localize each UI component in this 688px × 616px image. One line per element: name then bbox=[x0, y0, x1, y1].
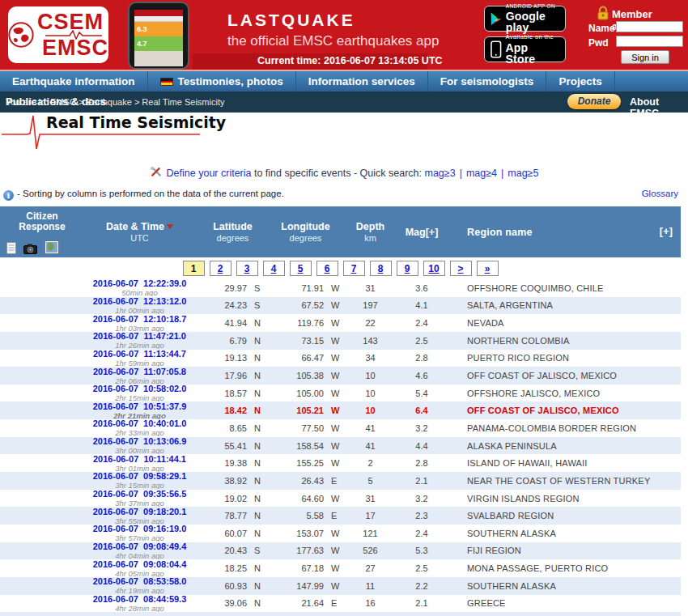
event-date-link[interactable]: 2016-06-07 11:47:21.0 bbox=[81, 332, 198, 341]
google-play-badge[interactable]: ANDROID APP ON Google play bbox=[484, 6, 566, 32]
magnitude-value: 2.2 bbox=[397, 581, 447, 591]
col-mag[interactable]: Mag[+] bbox=[397, 206, 447, 257]
page-3[interactable]: 3 bbox=[236, 261, 258, 276]
event-date-link[interactable]: 2016-06-07 10:51:37.9 bbox=[81, 402, 198, 411]
event-date-link[interactable]: 2016-06-07 08:53:58.0 bbox=[81, 577, 198, 586]
latitude-value: 8.65 bbox=[230, 423, 247, 433]
table-row: 2016-06-07 11:13:44.7 1hr 59min ago 19.1… bbox=[0, 350, 681, 367]
expand-columns-button[interactable]: [+] bbox=[660, 226, 673, 237]
col-depth[interactable]: Depth km bbox=[344, 206, 397, 257]
region-name: PANAMA-COLOMBIA BORDER REGION bbox=[447, 423, 681, 433]
nav-earthquake-information[interactable]: Earthquake information bbox=[0, 71, 148, 91]
magnitude-value: 2.8 bbox=[397, 353, 447, 363]
page-2[interactable]: 2 bbox=[210, 261, 231, 276]
event-age: 3hr 55min ago bbox=[81, 517, 198, 525]
nav-publications-docs[interactable]: Publications & docs bbox=[6, 96, 106, 108]
table-row: 2016-06-07 08:44:59.3 4hr 28min ago 39.0… bbox=[0, 595, 681, 613]
globe-icon bbox=[8, 15, 34, 54]
longitude-value: 26.43 bbox=[301, 476, 324, 486]
col-longitude[interactable]: Longitude degrees bbox=[267, 206, 344, 257]
event-date-link[interactable]: 2016-06-07 12:10:18.7 bbox=[81, 315, 198, 324]
latitude-value: 17.96 bbox=[224, 371, 247, 380]
depth-value: 10 bbox=[344, 389, 397, 398]
glossary-link[interactable]: Glossary bbox=[642, 189, 678, 198]
nav-for-seismologists[interactable]: For seismologists bbox=[428, 71, 547, 91]
depth-value: 31 bbox=[344, 494, 397, 503]
event-date-link[interactable]: 2016-06-07 10:40:01.0 bbox=[81, 419, 198, 428]
region-name: MONA PASSAGE, PUERTO RICO bbox=[447, 563, 681, 573]
latitude-value: 19.38 bbox=[224, 458, 247, 468]
nav-projects[interactable]: Projects bbox=[546, 71, 614, 91]
latitude-hemisphere: N bbox=[254, 371, 265, 380]
latitude-value: 19.02 bbox=[224, 494, 247, 503]
page-9[interactable]: 9 bbox=[397, 261, 418, 276]
date-cell: 2016-06-07 11:47:21.0 1hr 26min ago bbox=[81, 332, 198, 349]
latitude-hemisphere: S bbox=[254, 283, 265, 293]
latitude-cell: 60.07N bbox=[198, 529, 267, 538]
event-date-link[interactable]: 2016-06-07 09:08:49.4 bbox=[81, 542, 198, 551]
page-6[interactable]: 6 bbox=[316, 261, 338, 276]
event-date-link[interactable]: 2016-06-07 10:11:44.1 bbox=[81, 455, 198, 464]
event-date-link[interactable]: 2016-06-07 09:18:20.1 bbox=[81, 508, 198, 516]
magnitude-value: 3.2 bbox=[397, 423, 447, 433]
page-next[interactable]: > bbox=[450, 261, 472, 276]
phone-screen: 6.3 4.7 bbox=[134, 10, 183, 66]
event-date-link[interactable]: 2016-06-07 09:08:04.4 bbox=[81, 560, 198, 569]
page-5[interactable]: 5 bbox=[290, 261, 312, 276]
col-region-name[interactable]: Region name [+] bbox=[447, 206, 681, 257]
latitude-hemisphere: N bbox=[254, 318, 265, 328]
event-age: 4hr 19min ago bbox=[81, 587, 198, 594]
event-date-link[interactable]: 2016-06-07 11:13:44.7 bbox=[81, 350, 198, 359]
nav-label: Earthquake information bbox=[12, 72, 135, 91]
page-7[interactable]: 7 bbox=[343, 261, 365, 276]
nav-testimonies-photos[interactable]: Testimonies, photos bbox=[148, 71, 296, 91]
quick-link-mag4[interactable]: mag≥4 bbox=[466, 168, 497, 179]
event-date-link[interactable]: 2016-06-07 08:44:59.3 bbox=[81, 595, 198, 604]
event-date-link[interactable]: 2016-06-07 09:58:29.1 bbox=[81, 472, 198, 481]
name-input[interactable] bbox=[616, 21, 683, 32]
mag-header-label: Mag[+] bbox=[406, 227, 439, 238]
event-date-link[interactable]: 2016-06-07 10:13:06.9 bbox=[81, 437, 198, 446]
page-last[interactable]: » bbox=[477, 261, 499, 276]
emsc-logo[interactable]: CSEM EMSC bbox=[8, 6, 108, 63]
event-date-link[interactable]: 2016-06-07 10:58:02.0 bbox=[81, 384, 198, 393]
nav-information-services[interactable]: Information services bbox=[296, 71, 428, 91]
app-store-badge[interactable]: Available on the App Store bbox=[484, 36, 566, 62]
event-date-link[interactable]: 2016-06-07 09:16:19.0 bbox=[81, 525, 198, 533]
event-date-link[interactable]: 2016-06-07 12:22:39.0 bbox=[81, 279, 198, 288]
pwd-input[interactable] bbox=[616, 36, 683, 47]
date-cell: 2016-06-07 09:08:04.4 4hr 05min ago bbox=[81, 560, 198, 577]
magnitude-value: 4.1 bbox=[397, 300, 447, 310]
page-4[interactable]: 4 bbox=[263, 261, 285, 276]
latitude-hemisphere: N bbox=[254, 423, 265, 433]
region-name: SVALBARD REGION bbox=[447, 511, 681, 520]
define-criteria-link[interactable]: Define your criteria bbox=[167, 168, 252, 179]
table-row: 2016-06-07 09:35:56.5 3hr 37min ago 19.0… bbox=[0, 490, 681, 508]
latitude-value: 18.25 bbox=[224, 563, 247, 573]
page-10[interactable]: 10 bbox=[423, 261, 445, 276]
quick-link-mag5[interactable]: mag≥5 bbox=[508, 168, 538, 179]
event-date-link[interactable]: 2016-06-07 12:13:12.0 bbox=[81, 297, 198, 306]
longitude-value: 105.00 bbox=[296, 389, 324, 398]
table-row: 2016-06-07 09:16:19.0 3hr 57min ago 60.0… bbox=[0, 525, 681, 542]
table-row: 2016-06-07 08:53:58.0 4hr 19min ago 60.9… bbox=[0, 577, 681, 595]
about-emsc-link[interactable]: About EMSC bbox=[630, 96, 688, 119]
donate-button[interactable]: Donate bbox=[567, 94, 621, 109]
event-age: 4hr 05min ago bbox=[81, 570, 198, 577]
page-8[interactable]: 8 bbox=[370, 261, 392, 276]
longitude-value: 153.07 bbox=[296, 529, 324, 538]
col-latitude[interactable]: Latitude degrees bbox=[198, 206, 267, 257]
latitude-cell: 39.06N bbox=[198, 598, 267, 608]
logo-text: CSEM EMSC bbox=[37, 12, 108, 58]
col-date-time[interactable]: Date & Time UTC bbox=[81, 206, 198, 257]
event-date-link[interactable]: 2016-06-07 09:35:56.5 bbox=[81, 490, 198, 499]
longitude-cell: 153.07W bbox=[267, 529, 344, 538]
sign-in-button[interactable]: Sign in bbox=[621, 50, 669, 64]
longitude-cell: 105.38W bbox=[267, 371, 344, 380]
date-cell: 2016-06-07 09:35:56.5 3hr 37min ago bbox=[81, 490, 198, 507]
quick-link-mag3[interactable]: mag≥3 bbox=[424, 168, 455, 179]
event-date-link[interactable]: 2016-06-07 11:07:05.8 bbox=[81, 367, 198, 376]
breadcrumb-bar: You are in: EMSC > Earthquake > Real Tim… bbox=[0, 91, 688, 113]
table-row: 2016-06-07 10:11:44.1 3hr 01min ago 19.3… bbox=[0, 454, 681, 472]
longitude-cell: 5.58E bbox=[267, 511, 344, 520]
